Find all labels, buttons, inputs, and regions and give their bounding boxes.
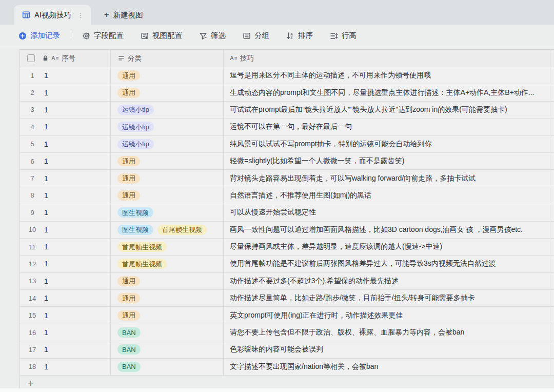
row-spacer bbox=[550, 204, 554, 221]
table-row[interactable]: 51运镜小tip纯风景可以试试不写prompt抽卡，特别的运镜可能会自动给到你 bbox=[20, 136, 554, 153]
serial-cell[interactable]: 21 bbox=[20, 84, 111, 101]
tip-cell[interactable]: 色彩暧昧的内容可能会被误判 bbox=[224, 341, 550, 358]
serial-cell[interactable]: 11 bbox=[20, 67, 111, 84]
tip-cell[interactable]: 可以从慢速开始尝试稳定性 bbox=[224, 204, 550, 221]
table-row[interactable]: 31运镜小tip可试试在prompt最后加“镜头拉近放大”“镜头放大拉近”达到z… bbox=[20, 102, 554, 119]
header-category-cell: 分类 bbox=[111, 50, 224, 67]
tip-cell[interactable]: 动作描述不要过多(不超过3个),希望保的动作最先描述 bbox=[224, 273, 550, 289]
category-cell[interactable]: 图生视频首尾帧生视频 bbox=[111, 222, 224, 238]
category-cell[interactable]: BAN bbox=[111, 324, 224, 341]
row-spacer bbox=[550, 307, 554, 323]
row-height-button[interactable]: 行高 bbox=[330, 31, 357, 41]
filter-label: 筛选 bbox=[211, 31, 226, 41]
tip-cell[interactable]: 文字描述不要出现国家/nation等相关，会被ban bbox=[224, 359, 550, 375]
category-cell[interactable]: 图生视频 bbox=[111, 204, 224, 221]
serial-cell[interactable]: 41 bbox=[20, 119, 111, 135]
category-cell[interactable]: 运镜小tip bbox=[111, 102, 224, 118]
tip-cell[interactable]: 背对镜头走路容易出现倒着走，可以写walking forward/向前走路，多抽… bbox=[224, 170, 550, 186]
header-category-label[interactable]: 分类 bbox=[128, 54, 142, 63]
serial-cell[interactable]: 131 bbox=[20, 273, 111, 289]
table-row[interactable]: 11通用逗号是用来区分不同主体的运动描述，不可用来作为顿号使用哦 bbox=[20, 67, 554, 84]
tip-cell[interactable]: 画风一致性问题可以通过增加画面风格描述，比如3D cartoon dogs,油画… bbox=[224, 222, 550, 238]
category-cell[interactable]: 首尾帧生视频 bbox=[111, 256, 224, 272]
tip-cell[interactable]: 逗号是用来区分不同主体的运动描述，不可用来作为顿号使用哦 bbox=[224, 67, 550, 84]
serial-cell[interactable]: 111 bbox=[20, 239, 111, 255]
serial-cell[interactable]: 61 bbox=[20, 153, 111, 169]
tip-cell[interactable]: 英文prompt可使用(ing)正在进行时，动作描述效果更佳 bbox=[224, 307, 550, 323]
serial-cell[interactable]: 101 bbox=[20, 222, 111, 238]
table-row[interactable]: 141通用动作描述尽量简单，比如走路/跑步/微笑，目前抬手/扭头/转身可能需要多… bbox=[20, 290, 554, 307]
category-cell[interactable]: 通用 bbox=[111, 170, 224, 186]
tab-ai-video-tips[interactable]: AI视频技巧 ⋮ bbox=[14, 5, 91, 25]
row-number: 4 bbox=[25, 123, 39, 131]
serial-cell[interactable]: 31 bbox=[20, 102, 111, 118]
category-cell[interactable]: 通用 bbox=[111, 290, 224, 306]
table-row[interactable]: 101图生视频首尾帧生视频画风一致性问题可以通过增加画面风格描述，比如3D ca… bbox=[20, 222, 554, 239]
table-row[interactable]: 151通用英文prompt可使用(ing)正在进行时，动作描述效果更佳 bbox=[20, 307, 554, 324]
serial-cell[interactable]: 91 bbox=[20, 204, 111, 221]
category-cell[interactable]: 运镜小tip bbox=[111, 136, 224, 152]
tip-cell[interactable]: 动作描述尽量简单，比如走路/跑步/微笑，目前抬手/扭头/转身可能需要多抽卡 bbox=[224, 290, 550, 306]
category-cell[interactable]: BAN bbox=[111, 359, 224, 375]
table-row[interactable]: 171BAN色彩暧昧的内容可能会被误判 bbox=[20, 341, 554, 358]
table-row[interactable]: 41运镜小tip运镜不可以在第一句，最好在最后一句 bbox=[20, 119, 554, 135]
row-number: 12 bbox=[25, 260, 39, 268]
sort-button[interactable]: AZ 排序 bbox=[286, 31, 313, 41]
serial-cell[interactable]: 121 bbox=[20, 256, 111, 272]
table-row[interactable]: 81通用自然语言描述，不推荐使用生图(如mj)的黑话 bbox=[20, 187, 554, 204]
table-row[interactable]: 161BAN请您不要上传包含但不限于政治、版权、裸露、血腥暴力等内容，会被ban bbox=[20, 324, 554, 341]
serial-value: 1 bbox=[44, 106, 48, 114]
tip-cell[interactable]: 尽量保持画风或主体，差异越明显，速度应该调的越大(慢速->中速) bbox=[224, 239, 550, 255]
serial-cell[interactable]: 81 bbox=[20, 187, 111, 204]
table-row[interactable]: 91图生视频可以从慢速开始尝试稳定性 bbox=[20, 204, 554, 221]
category-cell[interactable]: 通用 bbox=[111, 307, 224, 323]
serial-cell[interactable]: 171 bbox=[20, 341, 111, 358]
table-row[interactable]: 21通用生成动态内容的prompt和文生图不同，尽量挑选重点主体进行描述：主体A… bbox=[20, 84, 554, 101]
row-spacer bbox=[550, 102, 554, 118]
tip-cell[interactable]: 请您不要上传包含但不限于政治、版权、裸露、血腥暴力等内容，会被ban bbox=[224, 324, 550, 341]
category-cell[interactable]: 首尾帧生视频 bbox=[111, 239, 224, 255]
table-row[interactable]: 111首尾帧生视频尽量保持画风或主体，差异越明显，速度应该调的越大(慢速->中速… bbox=[20, 239, 554, 256]
field-config-button[interactable]: 字段配置 bbox=[82, 31, 124, 41]
table-toolbar: 添加记录 字段配置 视图配置 筛选 分组 AZ 排序 行高 bbox=[0, 25, 554, 47]
header-spacer bbox=[550, 50, 554, 67]
header-serial-label[interactable]: 序号 bbox=[62, 54, 75, 63]
category-cell[interactable]: 通用 bbox=[111, 153, 224, 169]
horizontal-scrollbar[interactable] bbox=[0, 388, 554, 392]
table-row[interactable]: 61通用轻微=slightly(比如希望一个人微微一笑，而不是露齿笑) bbox=[20, 153, 554, 170]
category-cell[interactable]: BAN bbox=[111, 341, 224, 358]
category-cell[interactable]: 通用 bbox=[111, 84, 224, 101]
tip-cell[interactable]: 可试试在prompt最后加“镜头拉近放大”“镜头放大拉近”达到zoom in的效… bbox=[224, 102, 550, 118]
serial-cell[interactable]: 71 bbox=[20, 170, 111, 186]
add-record-button[interactable]: 添加记录 bbox=[18, 31, 60, 41]
tip-cell[interactable]: 生成动态内容的prompt和文生图不同，尽量挑选重点主体进行描述：主体A+动作A… bbox=[224, 84, 550, 101]
serial-cell[interactable]: 151 bbox=[20, 307, 111, 323]
tip-cell[interactable]: 运镜不可以在第一句，最好在最后一句 bbox=[224, 119, 550, 135]
category-cell[interactable]: 通用 bbox=[111, 67, 224, 84]
serial-cell[interactable]: 161 bbox=[20, 324, 111, 341]
filter-button[interactable]: 筛选 bbox=[199, 31, 226, 41]
tip-cell[interactable]: 自然语言描述，不推荐使用生图(如mj)的黑话 bbox=[224, 187, 550, 204]
serial-cell[interactable]: 141 bbox=[20, 290, 111, 306]
serial-cell[interactable]: 181 bbox=[20, 359, 111, 375]
tip-cell[interactable]: 轻微=slightly(比如希望一个人微微一笑，而不是露齿笑) bbox=[224, 153, 550, 169]
category-tag: 通用 bbox=[117, 293, 140, 303]
category-cell[interactable]: 通用 bbox=[111, 187, 224, 204]
serial-cell[interactable]: 51 bbox=[20, 136, 111, 152]
tip-cell[interactable]: 纯风景可以试试不写prompt抽卡，特别的运镜可能会自动给到你 bbox=[224, 136, 550, 152]
category-cell[interactable]: 运镜小tip bbox=[111, 119, 224, 135]
table-row[interactable]: 181BAN文字描述不要出现国家/nation等相关，会被ban bbox=[20, 359, 554, 376]
select-all-checkbox[interactable] bbox=[27, 54, 35, 62]
view-config-button[interactable]: 视图配置 bbox=[141, 31, 182, 41]
table-row[interactable]: 121首尾帧生视频使用首尾帧功能是不建议前后两张图风格差异过大，可能导致3s内视… bbox=[20, 256, 554, 272]
group-button[interactable]: 分组 bbox=[243, 31, 269, 41]
serial-value: 1 bbox=[44, 328, 48, 337]
tip-cell[interactable]: 使用首尾帧功能是不建议前后两张图风格差异过大，可能导致3s内视频无法自然过渡 bbox=[224, 256, 550, 272]
row-number: 2 bbox=[25, 89, 39, 96]
table-row[interactable]: 71通用背对镜头走路容易出现倒着走，可以写walking forward/向前走… bbox=[20, 170, 554, 187]
tab-more-icon[interactable]: ⋮ bbox=[77, 11, 85, 19]
new-view-button[interactable]: + 新建视图 bbox=[104, 5, 143, 25]
table-row[interactable]: 131通用动作描述不要过多(不超过3个),希望保的动作最先描述 bbox=[20, 273, 554, 290]
header-tip-label[interactable]: 技巧 bbox=[240, 54, 254, 63]
category-cell[interactable]: 通用 bbox=[111, 273, 224, 289]
